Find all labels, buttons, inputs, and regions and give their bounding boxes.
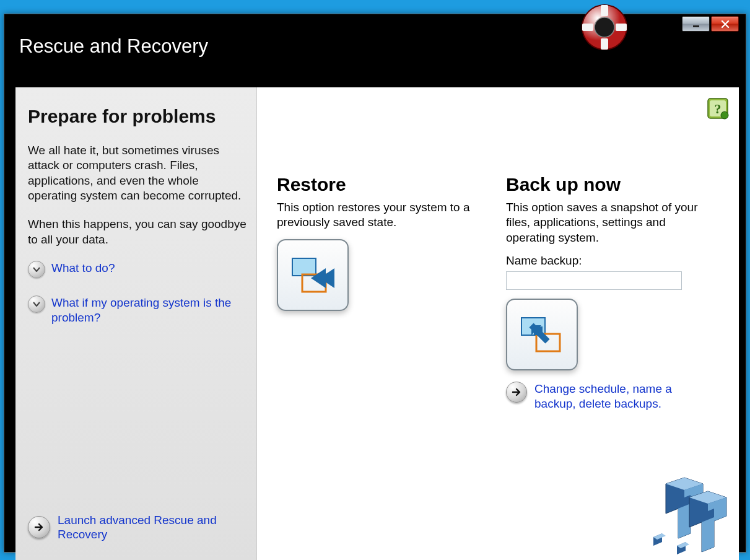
minimize-icon (692, 20, 700, 28)
restore-column: Restore This option restores your system… (277, 174, 487, 551)
backup-icon (518, 314, 566, 355)
help-button[interactable]: ? (707, 97, 729, 120)
expander-label: What to do? (51, 261, 115, 276)
chevron-down-icon (28, 261, 45, 278)
restore-heading: Restore (277, 174, 487, 195)
minimize-button[interactable] (682, 16, 710, 32)
restore-desc: This option restores your system to a pr… (277, 200, 487, 230)
expander-label: What if my operating system is the probl… (51, 295, 246, 325)
sidebar-text-2: When this happens, you can say goodbye t… (28, 217, 246, 247)
expander-what-to-do[interactable]: What to do? (28, 261, 246, 278)
svg-rect-3 (601, 38, 608, 50)
backup-heading: Back up now (506, 174, 717, 195)
main-area: ? Restore This option restores your syst… (257, 87, 739, 560)
restore-button[interactable] (277, 239, 349, 311)
name-backup-input[interactable] (506, 271, 682, 290)
expander-os-problem[interactable]: What if my operating system is the probl… (28, 295, 246, 325)
svg-rect-6 (693, 25, 699, 27)
sidebar-heading: Prepare for problems (28, 106, 246, 127)
close-icon (721, 20, 730, 28)
name-backup-label: Name backup: (506, 254, 717, 268)
close-button[interactable] (711, 16, 739, 32)
svg-point-1 (595, 17, 614, 37)
restore-icon (289, 255, 337, 295)
change-schedule-link[interactable]: Change schedule, name a backup, delete b… (534, 382, 677, 411)
svg-rect-5 (616, 24, 627, 31)
launch-advanced-link[interactable]: Launch advanced Rescue and Recovery (58, 513, 246, 543)
arrow-right-icon (28, 516, 50, 538)
svg-rect-11 (292, 258, 316, 276)
backup-desc: This option saves a snapshot of your fil… (506, 200, 717, 245)
chevron-down-icon (28, 295, 45, 313)
sidebar: Prepare for problems We all hate it, but… (15, 87, 257, 560)
backup-button[interactable] (506, 299, 578, 370)
arrow-right-icon (506, 382, 527, 403)
svg-rect-4 (582, 24, 593, 31)
sidebar-text-1: We all hate it, but sometimes viruses at… (28, 143, 246, 203)
app-title: Rescue and Recovery (4, 14, 746, 72)
svg-rect-2 (601, 5, 608, 16)
svg-text:?: ? (715, 101, 722, 116)
brand-logo-icon (647, 469, 728, 556)
lifering-icon (580, 2, 629, 52)
